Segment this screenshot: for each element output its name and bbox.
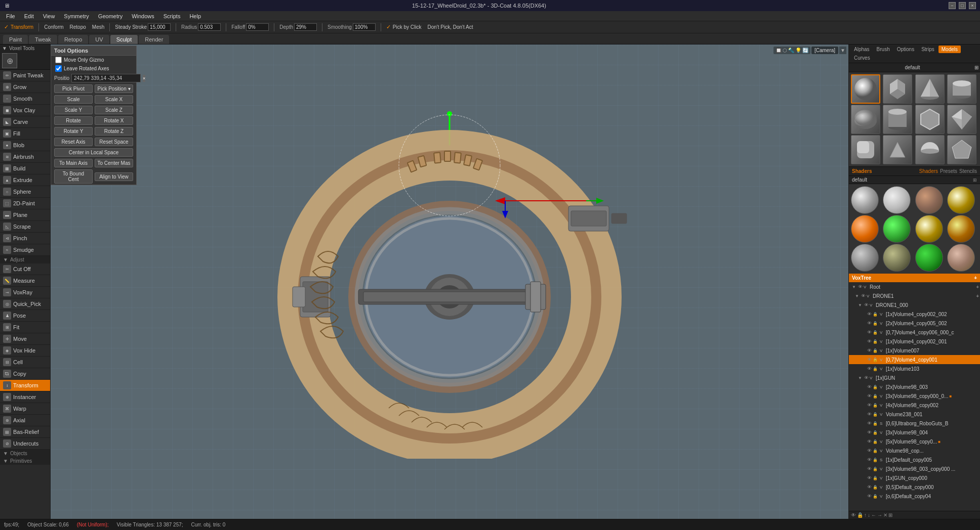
tree-eye-vol103[interactable]: 👁 <box>867 366 872 371</box>
tree-item-vol007[interactable]: 👁 🔒 V [1x]Volume007 <box>849 346 980 355</box>
shader-thumb-gray[interactable] <box>851 186 879 214</box>
tool-fill[interactable]: ▣ Fill <box>0 128 50 140</box>
tab-uv[interactable]: UV <box>89 35 109 44</box>
shader-thumb-brown[interactable] <box>947 244 975 272</box>
model-thumb-diamond[interactable] <box>947 105 976 134</box>
tool-airbrush[interactable]: ≋ Airbrush <box>0 151 50 163</box>
tab-curves[interactable]: Curves <box>851 54 873 62</box>
rotate-x-btn[interactable]: Rotate X <box>95 116 133 125</box>
tool-voxray[interactable]: ⊸ VoxRay <box>0 287 50 298</box>
scale-y-btn[interactable]: Scale Y <box>54 106 93 114</box>
tool-copy[interactable]: ⿻ Copy <box>0 368 50 380</box>
shader-thumb-green2[interactable] <box>915 244 943 272</box>
tree-eye-ultraborg[interactable]: 👁 <box>867 421 872 426</box>
tree-eye-vol98-c002[interactable]: 👁 <box>867 403 872 408</box>
tool-build[interactable]: ▦ Build <box>0 163 50 174</box>
tool-cut-off[interactable]: ✂ Cut Off <box>0 263 50 275</box>
tool-instancer[interactable]: ⊕ Instancer <box>0 391 50 403</box>
voxtree-icon-4[interactable]: ↓ <box>868 512 870 518</box>
tree-eye-vol98-c0x[interactable]: 👁 <box>867 439 872 444</box>
tree-item-vol4-c005-002[interactable]: 👁 🔒 V [2x]Volume4_copy005_002 <box>849 319 980 328</box>
toolbar-transform[interactable]: ✓ Transform <box>2 23 35 31</box>
model-thumb-cone[interactable] <box>915 74 945 104</box>
tool-axial[interactable]: ⊛ Axial <box>0 415 50 426</box>
tool-blob[interactable]: ● Blob <box>0 140 50 151</box>
tree-item-vol98-003-c000[interactable]: 👁 🔒 V [3x]Volume98_003_copy000 ... <box>849 464 980 473</box>
tree-item-drone1[interactable]: ▼ 👁 V DRONE1 + <box>849 291 980 300</box>
tool-plane[interactable]: ▬ Plane <box>0 209 50 221</box>
tool-cell[interactable]: ⊟ Cell <box>0 357 50 368</box>
tree-arrow-gun[interactable]: ▼ <box>858 376 863 380</box>
maximize-button[interactable]: □ <box>959 2 966 9</box>
tool-pinch[interactable]: ⊲ Pinch <box>0 233 50 244</box>
tree-item-vol98-c002[interactable]: 👁 🔒 V [4x]Volume98_copy002 <box>849 401 980 410</box>
tree-arrow-drone1-000[interactable]: ▼ <box>858 303 863 307</box>
tree-item-vol4-c002-002[interactable]: 👁 🔒 V [1x]Volume4_copy002_002 <box>849 310 980 319</box>
position-close[interactable]: × <box>143 75 145 82</box>
shader-thumb-gold2[interactable] <box>915 215 943 243</box>
tree-item-default-c000[interactable]: 👁 🔒 V [0,5]Default_copy000 <box>849 482 980 492</box>
reset-axis-btn[interactable]: Reset Axis <box>54 138 93 146</box>
tree-arrow-root[interactable]: ▼ <box>852 285 857 289</box>
tree-item-vol98-cop[interactable]: 👁 🔒 V Volume98_cop... <box>849 446 980 455</box>
shader-tab-presets[interactable]: Presets <box>940 168 957 174</box>
tool-measure[interactable]: 📏 Measure <box>0 275 50 287</box>
tree-item-vol98-c0x[interactable]: 👁 🔒 V [5x]Volume98_copy0... ■ <box>849 437 980 446</box>
tree-eye-drone1[interactable]: 👁 <box>861 293 866 298</box>
camera-dropdown[interactable]: ▼ <box>839 47 846 54</box>
voxtree-icon-3[interactable]: ↑ <box>864 512 867 518</box>
viewport-icon-5[interactable]: 🔄 <box>802 48 808 53</box>
scale-btn[interactable]: Scale <box>54 95 93 104</box>
viewport-icon-1[interactable]: 🔲 <box>775 48 782 53</box>
toolbar-pick-by-click[interactable]: ✓ Pick by Click <box>384 23 424 31</box>
voxtree-icon-2[interactable]: 🔒 <box>857 512 863 518</box>
tree-item-vol4-c001-selected[interactable]: 👁 🔒 V [0,7]Volume4_copy001 <box>849 355 980 364</box>
viewport-icon-3[interactable]: 🔦 <box>788 48 794 53</box>
tool-smudge[interactable]: ≈ Smudge <box>0 244 50 256</box>
tool-quick-pick[interactable]: ◎ Quick_Pick <box>0 298 50 310</box>
tree-eye-drone1-000[interactable]: 👁 <box>864 302 869 307</box>
tree-eye-default-c000[interactable]: 👁 <box>867 484 872 490</box>
tab-retopo[interactable]: Retopo <box>58 35 88 44</box>
tab-models[interactable]: Models <box>938 46 961 53</box>
model-thumb-irregular[interactable] <box>947 135 976 164</box>
model-thumb-sphere[interactable] <box>851 74 880 104</box>
tree-item-root[interactable]: ▼ 👁 V Root + <box>849 282 980 291</box>
tool-vox-hide[interactable]: ◈ Vox Hide <box>0 345 50 357</box>
shader-tab-stencils[interactable]: Stencils <box>959 168 977 174</box>
tree-item-vol98-c000[interactable]: 👁 🔒 V [3x]Volume98_copy000_0... ■ <box>849 391 980 401</box>
menu-scripts[interactable]: Scripts <box>159 12 185 20</box>
tab-strips[interactable]: Strips <box>918 46 937 53</box>
tree-eye-vol4c[interactable]: 👁 <box>867 330 872 335</box>
voxtree-icon-8[interactable]: ⊞ <box>888 512 892 518</box>
viewport-icon-2[interactable]: ⬡ <box>783 48 787 53</box>
tool-paint-tweak[interactable]: ✏ Paint Tweak <box>0 70 50 81</box>
viewport[interactable]: 🔲 ⬡ 🔦 💡 🔄 [Camera] ▼ <box>51 45 848 519</box>
model-thumb-cylinder[interactable] <box>947 74 976 104</box>
position-input[interactable] <box>71 74 141 82</box>
model-thumb-hex[interactable] <box>915 105 945 134</box>
menu-windows[interactable]: Windows <box>128 12 158 20</box>
tree-item-vol103[interactable]: 👁 🔒 V [1x]Volume103 <box>849 364 980 373</box>
tool-cat-toggle[interactable]: ▼ <box>2 46 7 51</box>
tree-eye-default-c005[interactable]: 👁 <box>867 457 872 462</box>
tool-vox-clay[interactable]: ◼ Vox Clay <box>0 105 50 116</box>
tree-eye-vol007[interactable]: 👁 <box>867 348 872 353</box>
tree-item-vol98-003[interactable]: 👁 🔒 V [2x]Volume98_003 <box>849 382 980 391</box>
toolbar-mesh[interactable]: Mesh <box>90 24 106 30</box>
tree-eye-vol4a[interactable]: 👁 <box>867 312 872 317</box>
tree-item-vol238-001[interactable]: 👁 🔒 V Volume238_001 <box>849 410 980 419</box>
rotate-y-btn[interactable]: Rotate Y <box>54 127 93 136</box>
tab-paint[interactable]: Paint <box>3 35 28 44</box>
tool-2d-paint[interactable]: ⬚ 2D-Paint <box>0 198 50 209</box>
rotate-z-btn[interactable]: Rotate Z <box>95 127 133 136</box>
tree-item-default-c005[interactable]: 👁 🔒 S [1x]Default_copy005 <box>849 455 980 464</box>
tree-eye-gun[interactable]: 👁 <box>864 375 869 380</box>
toolbar-dont-pick[interactable]: Don't Pick, Don't Act <box>425 24 475 30</box>
tab-alphas[interactable]: Alphas <box>851 46 873 53</box>
move-only-gizmo-check[interactable] <box>55 57 62 63</box>
scale-z-btn[interactable]: Scale Z <box>95 106 133 114</box>
falloff-input[interactable] <box>246 23 269 31</box>
tab-tweak[interactable]: Tweak <box>29 35 57 44</box>
tool-move[interactable]: ✛ Move <box>0 333 50 345</box>
